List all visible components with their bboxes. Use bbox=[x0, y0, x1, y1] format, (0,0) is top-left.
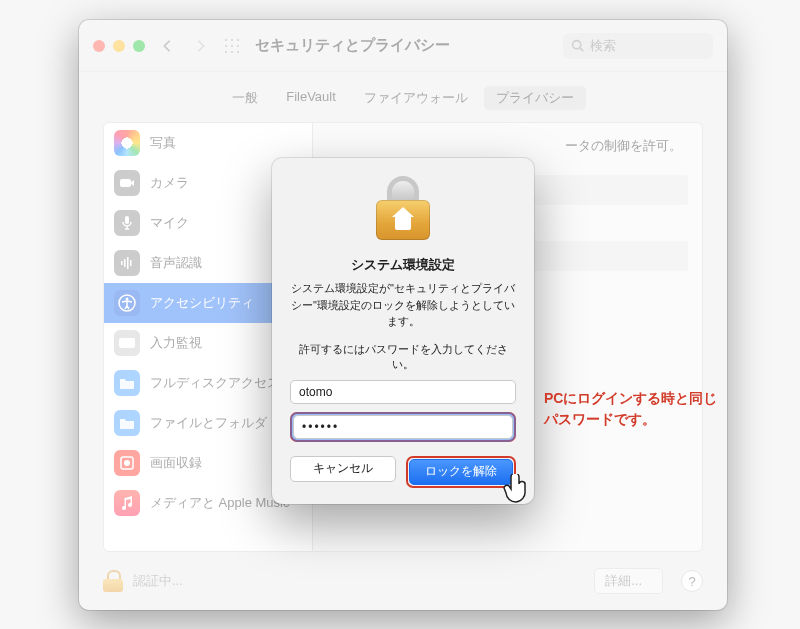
auth-dialog: システム環境設定 システム環境設定が"セキュリティとプライバシー"環境設定のロッ… bbox=[272, 158, 534, 504]
system-preferences-window: セキュリティとプライバシー 検索 一般 FileVault ファイアウォール プ… bbox=[79, 20, 727, 610]
cancel-button[interactable]: キャンセル bbox=[290, 456, 396, 482]
lock-icon bbox=[374, 176, 432, 240]
unlock-button[interactable]: ロックを解除 bbox=[409, 459, 513, 485]
username-field[interactable] bbox=[290, 380, 516, 404]
dialog-prompt: 許可するにはパスワードを入力してください。 bbox=[290, 342, 516, 372]
cursor-icon bbox=[502, 474, 530, 504]
dialog-buttons: キャンセル ロックを解除 bbox=[290, 456, 516, 488]
annotation-text: PCにログインする時と同じパスワードです。 bbox=[544, 388, 722, 430]
dialog-message: システム環境設定が"セキュリティとプライバシー"環境設定のロックを解除しようとし… bbox=[290, 280, 516, 330]
password-field[interactable] bbox=[293, 415, 513, 439]
dialog-title: システム環境設定 bbox=[351, 256, 455, 274]
unlock-highlight: ロックを解除 bbox=[406, 456, 516, 488]
password-highlight bbox=[290, 412, 516, 442]
